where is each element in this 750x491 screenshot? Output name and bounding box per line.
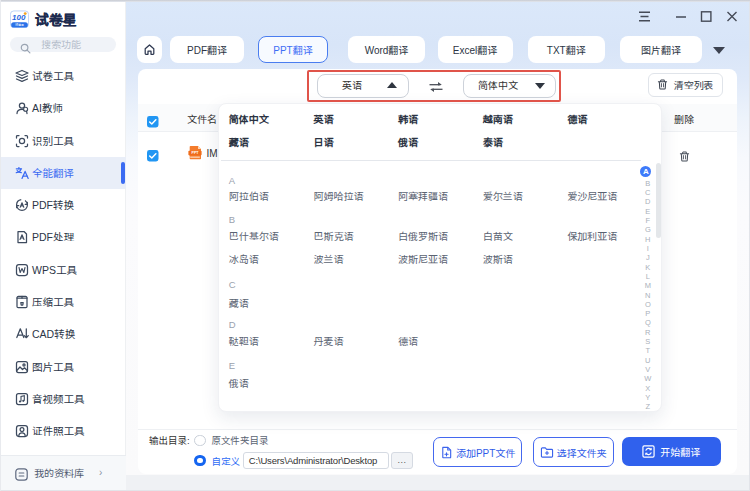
svg-text:100: 100 (12, 12, 26, 21)
svg-text:试卷星: 试卷星 (15, 22, 24, 26)
svg-text:PPT: PPT (192, 151, 200, 155)
